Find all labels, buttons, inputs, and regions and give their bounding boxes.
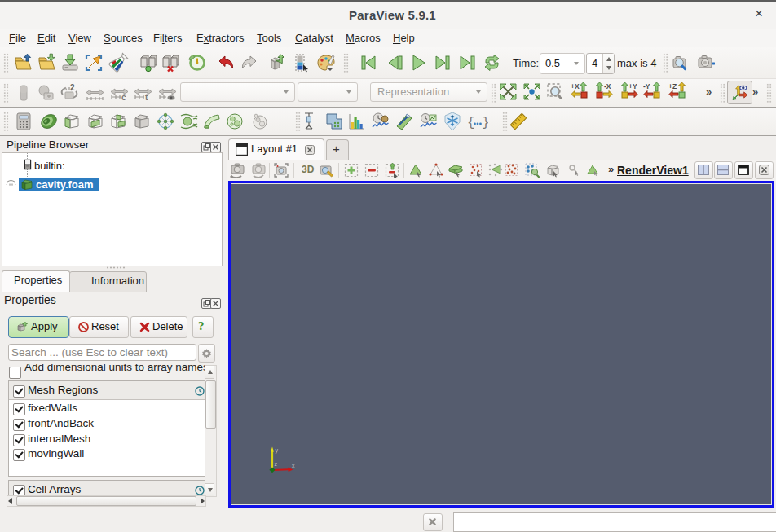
svg-text:2: 2 xyxy=(70,83,75,92)
svg-text:-X: -X xyxy=(604,82,611,90)
svg-text:+X: +X xyxy=(571,82,580,90)
svg-text:y: y xyxy=(276,447,279,454)
svg-text:c: c xyxy=(121,93,126,102)
svg-text:x: x xyxy=(292,463,295,468)
svg-text:+Y: +Y xyxy=(628,82,637,90)
svg-text:+Z: +Z xyxy=(668,82,677,90)
svg-text:-Y: -Y xyxy=(643,82,650,90)
svg-text:z: z xyxy=(275,461,278,467)
svg-text:}: } xyxy=(482,116,488,130)
svg-text:{: { xyxy=(467,116,475,130)
